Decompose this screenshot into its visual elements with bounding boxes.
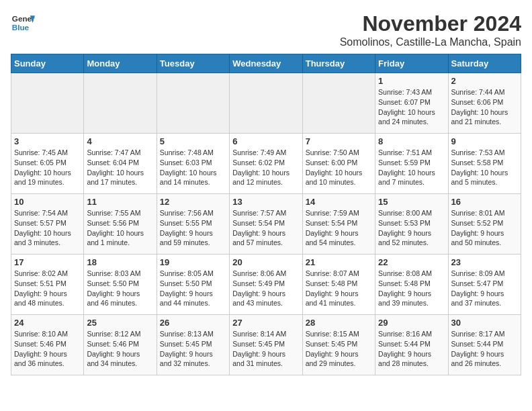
day-number: 7 [306,136,372,146]
day-number: 22 [378,257,445,267]
weekday-header: Tuesday [157,54,229,73]
day-number: 1 [378,76,445,86]
day-number: 16 [451,197,518,207]
calendar-cell: 8Sunrise: 7:51 AM Sunset: 5:59 PM Daylig… [375,134,448,194]
calendar-cell: 29Sunrise: 8:16 AM Sunset: 5:44 PM Dayli… [375,315,448,375]
day-info: Sunrise: 7:55 AM Sunset: 5:56 PM Dayligh… [87,208,153,248]
calendar-cell: 24Sunrise: 8:10 AM Sunset: 5:46 PM Dayli… [11,315,84,375]
calendar-cell: 25Sunrise: 8:12 AM Sunset: 5:46 PM Dayli… [84,315,157,375]
calendar-cell: 11Sunrise: 7:55 AM Sunset: 5:56 PM Dayli… [84,194,157,255]
day-number: 2 [451,76,518,86]
calendar-week-row: 17Sunrise: 8:02 AM Sunset: 5:51 PM Dayli… [11,255,521,315]
calendar-cell: 17Sunrise: 8:02 AM Sunset: 5:51 PM Dayli… [11,255,84,315]
location-title: Somolinos, Castille-La Mancha, Spain [340,36,521,48]
weekday-header: Sunday [11,54,84,73]
day-number: 13 [232,197,299,207]
day-number: 19 [160,257,226,267]
calendar-cell: 14Sunrise: 7:59 AM Sunset: 5:54 PM Dayli… [302,194,375,255]
calendar-cell: 23Sunrise: 8:09 AM Sunset: 5:47 PM Dayli… [448,255,521,315]
calendar-week-row: 1Sunrise: 7:43 AM Sunset: 6:07 PM Daylig… [11,73,521,134]
day-info: Sunrise: 7:57 AM Sunset: 5:54 PM Dayligh… [232,208,299,248]
logo-icon: General Blue [11,11,35,35]
day-number: 3 [14,136,81,146]
day-info: Sunrise: 7:45 AM Sunset: 6:05 PM Dayligh… [14,148,81,187]
month-title: November 2024 [340,11,521,36]
calendar-cell: 15Sunrise: 8:00 AM Sunset: 5:53 PM Dayli… [375,194,448,255]
day-info: Sunrise: 8:00 AM Sunset: 5:53 PM Dayligh… [378,208,445,248]
calendar-cell: 12Sunrise: 7:56 AM Sunset: 5:55 PM Dayli… [157,194,229,255]
day-number: 9 [451,136,518,146]
calendar-cell [84,73,157,134]
day-number: 25 [87,318,153,328]
calendar-cell: 16Sunrise: 8:01 AM Sunset: 5:52 PM Dayli… [448,194,521,255]
day-info: Sunrise: 7:43 AM Sunset: 6:07 PM Dayligh… [378,87,445,127]
day-info: Sunrise: 8:03 AM Sunset: 5:50 PM Dayligh… [87,269,153,308]
day-info: Sunrise: 7:51 AM Sunset: 5:59 PM Dayligh… [378,148,445,187]
svg-text:Blue: Blue [12,23,30,32]
calendar-cell: 26Sunrise: 8:13 AM Sunset: 5:45 PM Dayli… [157,315,229,375]
day-info: Sunrise: 8:05 AM Sunset: 5:50 PM Dayligh… [160,269,226,308]
day-number: 5 [160,136,226,146]
calendar-cell: 1Sunrise: 7:43 AM Sunset: 6:07 PM Daylig… [375,73,448,134]
day-info: Sunrise: 8:06 AM Sunset: 5:49 PM Dayligh… [232,269,299,308]
day-number: 23 [451,257,518,267]
day-number: 30 [451,318,518,328]
day-info: Sunrise: 8:09 AM Sunset: 5:47 PM Dayligh… [451,269,518,308]
day-info: Sunrise: 8:17 AM Sunset: 5:44 PM Dayligh… [451,329,518,369]
day-number: 20 [232,257,299,267]
day-info: Sunrise: 7:49 AM Sunset: 6:02 PM Dayligh… [232,148,299,187]
calendar-cell: 10Sunrise: 7:54 AM Sunset: 5:57 PM Dayli… [11,194,84,255]
day-info: Sunrise: 8:02 AM Sunset: 5:51 PM Dayligh… [14,269,81,308]
day-info: Sunrise: 7:54 AM Sunset: 5:57 PM Dayligh… [14,208,81,248]
day-number: 27 [232,318,299,328]
calendar-cell: 21Sunrise: 8:07 AM Sunset: 5:48 PM Dayli… [302,255,375,315]
calendar-week-row: 3Sunrise: 7:45 AM Sunset: 6:05 PM Daylig… [11,134,521,194]
day-number: 18 [87,257,153,267]
calendar-cell: 27Sunrise: 8:14 AM Sunset: 5:45 PM Dayli… [230,315,302,375]
calendar-cell: 13Sunrise: 7:57 AM Sunset: 5:54 PM Dayli… [230,194,302,255]
calendar-cell [230,73,302,134]
day-number: 28 [306,318,372,328]
day-info: Sunrise: 7:44 AM Sunset: 6:06 PM Dayligh… [451,87,518,127]
calendar-cell [11,73,84,134]
day-info: Sunrise: 7:56 AM Sunset: 5:55 PM Dayligh… [160,208,226,248]
title-block: November 2024 Somolinos, Castille-La Man… [340,11,521,48]
day-info: Sunrise: 8:15 AM Sunset: 5:45 PM Dayligh… [306,329,372,369]
day-number: 21 [306,257,372,267]
calendar-cell [302,73,375,134]
day-info: Sunrise: 7:47 AM Sunset: 6:04 PM Dayligh… [87,148,153,187]
day-info: Sunrise: 7:48 AM Sunset: 6:03 PM Dayligh… [160,148,226,187]
day-number: 10 [14,197,81,207]
calendar-week-row: 24Sunrise: 8:10 AM Sunset: 5:46 PM Dayli… [11,315,521,375]
calendar-week-row: 10Sunrise: 7:54 AM Sunset: 5:57 PM Dayli… [11,194,521,255]
day-info: Sunrise: 7:50 AM Sunset: 6:00 PM Dayligh… [306,148,372,187]
calendar-cell: 9Sunrise: 7:53 AM Sunset: 5:58 PM Daylig… [448,134,521,194]
calendar-cell: 18Sunrise: 8:03 AM Sunset: 5:50 PM Dayli… [84,255,157,315]
calendar-cell: 4Sunrise: 7:47 AM Sunset: 6:04 PM Daylig… [84,134,157,194]
day-number: 4 [87,136,153,146]
calendar-cell: 19Sunrise: 8:05 AM Sunset: 5:50 PM Dayli… [157,255,229,315]
weekday-header: Thursday [302,54,375,73]
day-info: Sunrise: 7:53 AM Sunset: 5:58 PM Dayligh… [451,148,518,187]
day-number: 26 [160,318,226,328]
calendar-cell [157,73,229,134]
calendar-cell: 22Sunrise: 8:08 AM Sunset: 5:48 PM Dayli… [375,255,448,315]
day-info: Sunrise: 8:13 AM Sunset: 5:45 PM Dayligh… [160,329,226,369]
day-info: Sunrise: 7:59 AM Sunset: 5:54 PM Dayligh… [306,208,372,248]
calendar-cell: 28Sunrise: 8:15 AM Sunset: 5:45 PM Dayli… [302,315,375,375]
day-number: 15 [378,197,445,207]
day-number: 8 [378,136,445,146]
day-info: Sunrise: 8:08 AM Sunset: 5:48 PM Dayligh… [378,269,445,308]
day-info: Sunrise: 8:07 AM Sunset: 5:48 PM Dayligh… [306,269,372,308]
day-info: Sunrise: 8:16 AM Sunset: 5:44 PM Dayligh… [378,329,445,369]
calendar-cell: 5Sunrise: 7:48 AM Sunset: 6:03 PM Daylig… [157,134,229,194]
day-number: 17 [14,257,81,267]
weekday-header: Friday [375,54,448,73]
day-info: Sunrise: 8:10 AM Sunset: 5:46 PM Dayligh… [14,329,81,369]
page-header: General Blue November 2024 Somolinos, Ca… [11,11,521,48]
logo: General Blue [11,11,35,35]
calendar-cell: 30Sunrise: 8:17 AM Sunset: 5:44 PM Dayli… [448,315,521,375]
calendar-cell: 2Sunrise: 7:44 AM Sunset: 6:06 PM Daylig… [448,73,521,134]
day-number: 6 [232,136,299,146]
calendar-cell: 7Sunrise: 7:50 AM Sunset: 6:00 PM Daylig… [302,134,375,194]
